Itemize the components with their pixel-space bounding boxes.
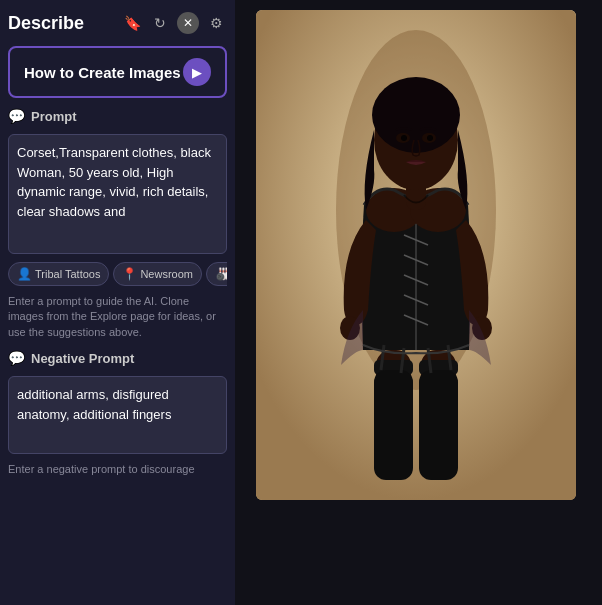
prompt-section-label: 💬 Prompt bbox=[8, 106, 227, 126]
header: Describe 🔖 ↻ ✕ ⚙ bbox=[8, 8, 227, 38]
how-to-button-label: How to Create Images bbox=[24, 64, 181, 81]
bowling-icon: 🎳 bbox=[215, 267, 227, 281]
how-to-button[interactable]: How to Create Images ▶ bbox=[8, 46, 227, 98]
tribal-icon: 👤 bbox=[17, 267, 32, 281]
bookmark-icon[interactable]: 🔖 bbox=[121, 12, 143, 34]
figure-svg bbox=[256, 10, 576, 500]
svg-point-29 bbox=[427, 135, 433, 141]
suggestions-row: 👤 Tribal Tattoos 📍 Newsroom 🎳 Bowling ↻ bbox=[8, 262, 227, 286]
newsroom-icon: 📍 bbox=[122, 267, 137, 281]
settings-icon[interactable]: ⚙ bbox=[205, 12, 227, 34]
page-title: Describe bbox=[8, 13, 115, 34]
prompt-icon: 💬 bbox=[8, 108, 25, 124]
left-panel: Describe 🔖 ↻ ✕ ⚙ How to Create Images ▶ … bbox=[0, 0, 235, 605]
chip-newsroom[interactable]: 📍 Newsroom bbox=[113, 262, 202, 286]
chip-tribal-tattoos[interactable]: 👤 Tribal Tattoos bbox=[8, 262, 109, 286]
negative-prompt-input[interactable]: additional arms, disfigured anatomy, add… bbox=[8, 376, 227, 454]
svg-rect-7 bbox=[419, 370, 458, 480]
generated-image bbox=[256, 10, 576, 500]
prompt-helper-text: Enter a prompt to guide the AI. Clone im… bbox=[8, 294, 227, 340]
negative-helper-text: Enter a negative prompt to discourage bbox=[8, 462, 227, 477]
svg-point-25 bbox=[372, 77, 460, 153]
close-icon[interactable]: ✕ bbox=[177, 12, 199, 34]
negative-prompt-icon: 💬 bbox=[8, 350, 25, 366]
negative-prompt-section-label: 💬 Negative Prompt bbox=[8, 348, 227, 368]
chip-tribal-label: Tribal Tattoos bbox=[35, 268, 100, 280]
refresh-icon[interactable]: ↻ bbox=[149, 12, 171, 34]
chip-newsroom-label: Newsroom bbox=[140, 268, 193, 280]
play-icon: ▶ bbox=[183, 58, 211, 86]
svg-point-28 bbox=[401, 135, 407, 141]
svg-rect-6 bbox=[374, 370, 413, 480]
prompt-input[interactable]: Corset,Transparent clothes, black Woman,… bbox=[8, 134, 227, 254]
chip-bowling[interactable]: 🎳 Bowling bbox=[206, 262, 227, 286]
right-panel bbox=[235, 0, 602, 605]
